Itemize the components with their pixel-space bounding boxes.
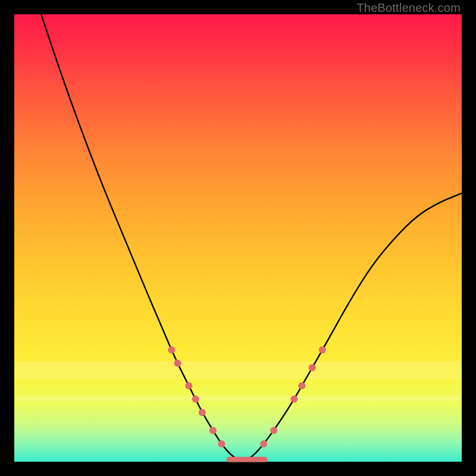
curve-marker bbox=[199, 409, 206, 416]
curve-marker bbox=[209, 427, 217, 434]
curve-marker bbox=[185, 382, 192, 389]
bottleneck-curve bbox=[41, 14, 462, 461]
curve-marker bbox=[260, 440, 267, 447]
curve-marker bbox=[298, 382, 305, 389]
curve-marker bbox=[291, 396, 298, 403]
curve-marker bbox=[192, 396, 199, 403]
curve-marker bbox=[319, 346, 326, 353]
curve-marker bbox=[309, 364, 316, 371]
curve-markers-group bbox=[168, 346, 326, 447]
curve-marker bbox=[270, 427, 277, 434]
curve-layer bbox=[14, 14, 462, 462]
curve-marker bbox=[168, 346, 175, 353]
watermark-text: TheBottleneck.com bbox=[356, 1, 461, 15]
chart-area bbox=[14, 14, 462, 462]
curve-marker bbox=[174, 360, 181, 367]
curve-marker bbox=[218, 440, 225, 447]
